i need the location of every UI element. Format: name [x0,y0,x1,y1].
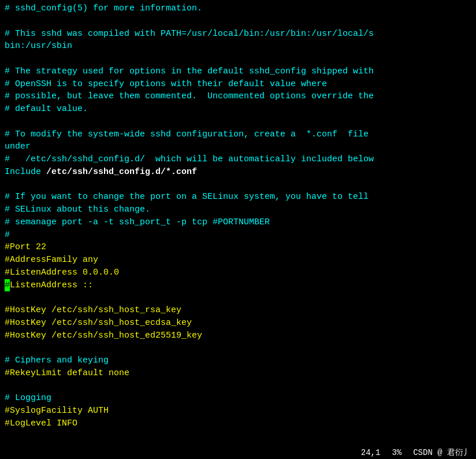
line-6: # The strategy used for options in the d… [5,65,471,78]
line-2 [5,15,471,28]
include-keyword: Include [5,167,41,177]
line-20: #Port 22 [5,241,471,254]
scroll-percent: 3% [392,448,401,457]
line-11: # To modify the system-wide sshd configu… [5,128,471,141]
brand-label: CSDN @ 君衍丿 [413,447,471,458]
line-rekey: #RekeyLimit default none [5,367,471,380]
include-path: /etc/ssh/sshd_config.d/*.conf [41,167,197,177]
line-22: #ListenAddress 0.0.0.0 [5,266,471,279]
line-28 [5,342,471,354]
line-ciphers: # Ciphers and keying [5,354,471,367]
line-loglevel: #LogLevel INFO [5,417,471,430]
line-16: # If you want to change the port on a SE… [5,191,471,203]
line-13: # /etc/ssh/sshd_config.d/ which will be … [5,153,471,166]
line-12: under [5,140,471,153]
code-area[interactable]: # sshd_config(5) for more information. #… [0,0,476,446]
line-26: #HostKey /etc/ssh/ssh_host_ecdsa_key [5,317,471,330]
line-syslog: #SyslogFacility AUTH [5,405,471,417]
line-10 [5,116,471,128]
listen-address-rest: ListenAddress :: [10,280,93,290]
line-27: #HostKey /etc/ssh/ssh_host_ed25519_key [5,330,471,342]
line-7: # OpenSSH is to specify options with the… [5,78,471,91]
status-bar: 24,1 3% CSDN @ 君衍丿 [0,446,476,459]
line-17: # SELinux about this change. [5,203,471,216]
line-19: # [5,229,471,242]
editor-container: # sshd_config(5) for more information. #… [0,0,476,459]
line-8: # possible, but leave them commented. Un… [5,90,471,103]
line-5 [5,53,471,65]
line-9: # default value. [5,103,471,116]
line-21: #AddressFamily any [5,254,471,266]
line-25: #HostKey /etc/ssh/ssh_host_rsa_key [5,304,471,317]
line-3: # This sshd was compiled with PATH=/usr/… [5,28,471,40]
cursor: # [5,279,10,292]
line-24 [5,291,471,304]
line-4: bin:/usr/sbin [5,40,471,53]
line-15 [5,179,471,191]
line-1: # sshd_config(5) for more information. [5,2,471,15]
line-18: # semanage port -a -t ssh_port_t -p tcp … [5,216,471,229]
line-30 [5,380,471,393]
line-logging: # Logging [5,392,471,405]
cursor-position: 24,1 [361,448,381,457]
line-include: Include /etc/ssh/sshd_config.d/*.conf [5,166,471,179]
line-cursor: #ListenAddress :: [5,279,471,292]
